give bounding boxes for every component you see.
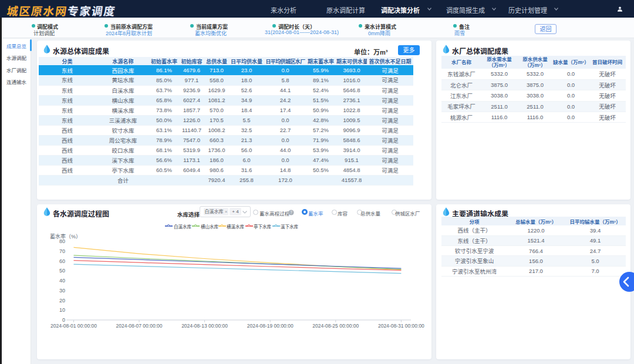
- svg-text:60: 60: [59, 258, 65, 264]
- svg-text:2024-08-31 00:00:00: 2024-08-31 00:00:00: [378, 323, 424, 329]
- svg-text:2024-08-25 00:00:00: 2024-08-25 00:00:00: [312, 323, 359, 329]
- svg-text:蓄水率（%）: 蓄水率（%）: [50, 233, 81, 240]
- svg-text:20: 20: [59, 298, 65, 304]
- svg-text:2024-08-13 00:00:00: 2024-08-13 00:00:00: [181, 323, 228, 329]
- svg-text:40: 40: [59, 278, 65, 284]
- svg-text:30: 30: [59, 288, 65, 294]
- svg-text:2024-08-19 00:00:00: 2024-08-19 00:00:00: [247, 323, 294, 329]
- svg-text:2024-08-01 00:00:00: 2024-08-01 00:00:00: [50, 323, 97, 329]
- svg-text:80: 80: [59, 238, 65, 244]
- svg-text:10: 10: [59, 307, 65, 313]
- svg-text:0: 0: [62, 317, 65, 323]
- svg-text:50: 50: [59, 268, 65, 274]
- svg-text:70: 70: [59, 248, 65, 254]
- svg-text:2024-08-07 00:00:00: 2024-08-07 00:00:00: [116, 323, 163, 329]
